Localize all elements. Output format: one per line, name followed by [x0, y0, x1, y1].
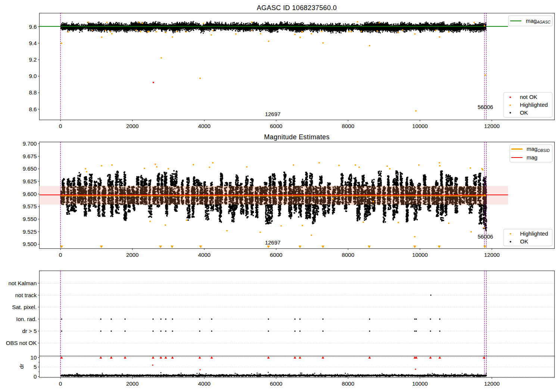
svg-text:9.2: 9.2: [29, 56, 37, 63]
svg-text:10000: 10000: [412, 123, 428, 129]
svg-text:9.0: 9.0: [29, 73, 37, 79]
svg-text:12697: 12697: [265, 111, 281, 117]
svg-text:2000: 2000: [126, 252, 139, 258]
svg-text:dr > 5: dr > 5: [22, 328, 37, 334]
svg-text:5: 5: [34, 364, 37, 370]
svg-text:0: 0: [59, 252, 62, 258]
svg-text:Highlighted: Highlighted: [520, 102, 548, 108]
svg-text:9.650: 9.650: [23, 165, 37, 172]
svg-text:12697: 12697: [265, 239, 281, 246]
svg-text:9.575: 9.575: [23, 203, 37, 209]
svg-text:not Kalman: not Kalman: [8, 280, 37, 286]
svg-text:9.4: 9.4: [29, 40, 37, 46]
svg-text:Ion. rad.: Ion. rad.: [16, 316, 37, 322]
svg-text:Highlighted: Highlighted: [520, 230, 548, 237]
svg-text:0: 0: [59, 123, 62, 129]
svg-text:0: 0: [59, 380, 62, 387]
svg-text:4000: 4000: [198, 123, 211, 129]
svg-text:mag: mag: [527, 154, 538, 161]
svg-text:9.600: 9.600: [23, 191, 37, 197]
svg-text:4000: 4000: [198, 252, 211, 258]
svg-text:9.6: 9.6: [29, 24, 37, 30]
svg-text:8000: 8000: [342, 380, 354, 387]
svg-text:not OK: not OK: [520, 94, 537, 100]
svg-text:8.8: 8.8: [29, 89, 37, 96]
svg-text:2000: 2000: [126, 123, 139, 129]
svg-text:9.625: 9.625: [23, 178, 37, 184]
svg-text:9.675: 9.675: [23, 153, 37, 159]
svg-text:Magnitude Estimates: Magnitude Estimates: [264, 133, 330, 141]
svg-text:8000: 8000: [342, 123, 354, 129]
svg-text:OBS not OK: OBS not OK: [6, 340, 37, 346]
svg-text:9.525: 9.525: [23, 228, 37, 235]
svg-text:9.550: 9.550: [23, 216, 37, 222]
svg-text:12000: 12000: [484, 252, 500, 258]
svg-text:9.700: 9.700: [23, 140, 37, 147]
svg-text:8000: 8000: [342, 252, 354, 258]
svg-text:OK: OK: [520, 109, 528, 116]
svg-text:6000: 6000: [270, 123, 282, 129]
svg-text:56006: 56006: [477, 104, 493, 110]
svg-text:dr: dr: [18, 364, 25, 368]
svg-text:2000: 2000: [126, 380, 139, 387]
svg-text:12000: 12000: [484, 123, 500, 129]
svg-text:not track: not track: [15, 292, 37, 298]
svg-text:56006: 56006: [477, 233, 493, 240]
svg-text:12000: 12000: [484, 380, 500, 387]
svg-text:Sat. pixel.: Sat. pixel.: [12, 304, 37, 310]
svg-text:10000: 10000: [412, 380, 428, 387]
svg-text:0: 0: [34, 373, 37, 380]
svg-text:6000: 6000: [270, 252, 282, 258]
svg-text:8.6: 8.6: [29, 106, 37, 112]
svg-text:9.500: 9.500: [23, 241, 37, 247]
svg-text:AGASC ID 1068237560.0: AGASC ID 1068237560.0: [257, 4, 337, 12]
svg-text:4000: 4000: [198, 380, 211, 387]
svg-text:6000: 6000: [270, 380, 282, 387]
svg-text:10: 10: [31, 354, 37, 361]
svg-text:10000: 10000: [412, 252, 428, 258]
svg-text:OK: OK: [520, 238, 528, 245]
